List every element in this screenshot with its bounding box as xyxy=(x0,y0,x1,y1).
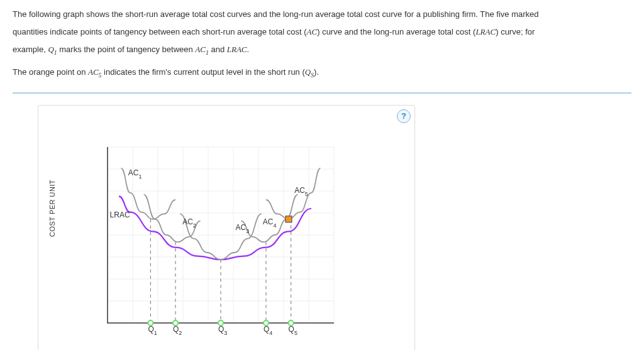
svg-text:Q5: Q5 xyxy=(289,325,297,336)
prompt-ac1: AC1 xyxy=(195,45,209,54)
curve-ac5 xyxy=(266,168,320,219)
svg-text:Q2: Q2 xyxy=(173,325,182,336)
prompt-line-2c: ). xyxy=(314,67,319,77)
prompt-lrac2: LRAC xyxy=(227,45,247,54)
y-axis-label: COST PER UNIT xyxy=(48,180,56,237)
prompt-line-1b-b: ) curve and the long-run average total c… xyxy=(317,27,475,36)
prompt-line-1c-c: and xyxy=(209,45,227,54)
svg-text:Q1: Q1 xyxy=(148,325,157,336)
prompt-lrac: LRAC xyxy=(475,27,496,36)
svg-text:Q4: Q4 xyxy=(264,325,272,336)
cost-curves-chart[interactable]: AC1AC2AC3AC4AC5LRAC Q1Q2Q3Q4Q5 xyxy=(82,134,347,342)
svg-text:LRAC: LRAC xyxy=(110,211,130,219)
prompt-ac5: AC5 xyxy=(88,67,102,77)
curve-lrac xyxy=(119,196,311,260)
svg-text:AC4: AC4 xyxy=(263,217,277,229)
prompt-q1: Q1 xyxy=(48,45,57,54)
svg-text:AC2: AC2 xyxy=(182,217,196,229)
prompt-line-1c-a: example, xyxy=(13,45,48,54)
prompt-line-2a: The orange point on xyxy=(13,67,88,77)
curves-group xyxy=(119,168,320,260)
question-prompt: The following graph shows the short-run … xyxy=(13,8,631,81)
svg-text:AC1: AC1 xyxy=(128,168,142,179)
help-button[interactable]: ? xyxy=(397,109,411,123)
prompt-line-2b: indicates the firm's current output leve… xyxy=(101,67,304,77)
prompt-line-1b-a: quantities indicate points of tangency b… xyxy=(13,27,307,36)
svg-text:Q3: Q3 xyxy=(218,325,227,336)
curve-labels: AC1AC2AC3AC4AC5LRAC xyxy=(110,168,308,234)
svg-text:AC3: AC3 xyxy=(236,222,250,234)
chart-panel: ? COST PER UNIT xyxy=(38,105,415,351)
separator xyxy=(13,92,631,94)
prompt-line-1b-c: ) curve; for xyxy=(496,27,535,36)
prompt-line-1c-b: marks the point of tangency between xyxy=(57,45,196,54)
prompt-line-1a: The following graph shows the short-run … xyxy=(13,9,539,19)
x-axis-labels: Q1Q2Q3Q4Q5 xyxy=(148,325,297,336)
prompt-ac: AC xyxy=(307,27,318,36)
prompt-line-1c-d: . xyxy=(247,45,250,54)
markers-group xyxy=(148,216,293,325)
prompt-qs: QS xyxy=(305,67,314,77)
current-output-point[interactable] xyxy=(286,216,292,222)
